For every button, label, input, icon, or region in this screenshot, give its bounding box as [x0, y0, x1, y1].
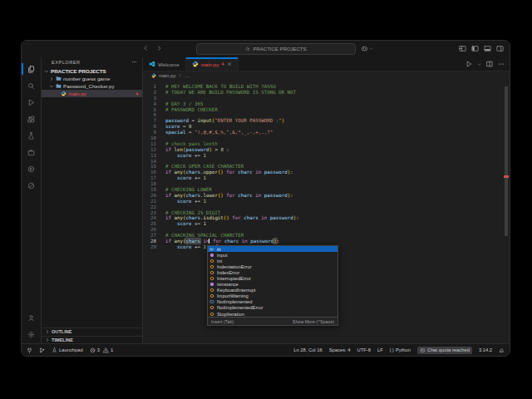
kind-class-icon	[209, 305, 214, 310]
suggestion-IndexError[interactable]: IndexError	[208, 269, 337, 275]
status-spaces-4[interactable]: Spaces: 4	[329, 347, 351, 352]
code-line-8: 8score = 0	[143, 124, 503, 130]
kind-class-icon	[209, 288, 214, 293]
suggestion-label: IndexError	[217, 270, 239, 275]
tree-item-label: main.py	[68, 91, 86, 96]
screen: PRACTICE PROJECTS EXPLORER PRACTICE PROJ…	[0, 0, 532, 399]
status-launchpad[interactable]: Launchpad	[52, 347, 83, 353]
copilot-menu-icon	[361, 45, 368, 52]
suggestion-NotImplemented[interactable]: NotImplemented	[208, 299, 337, 305]
tab-main.py[interactable]: main.py4	[186, 57, 239, 71]
bell-icon	[499, 347, 505, 353]
copilot-menu-button[interactable]	[361, 45, 373, 52]
arrow-left-icon[interactable]	[142, 45, 149, 52]
activity-testing[interactable]	[22, 127, 41, 144]
status-bell[interactable]	[499, 347, 505, 353]
status-3-14-2[interactable]: 3.14.2	[479, 347, 492, 352]
split-editor-button[interactable]	[486, 61, 493, 67]
chevron-down-button[interactable]	[477, 62, 481, 66]
code-line-18: 18	[143, 181, 503, 187]
code-line-24: 24if any(chars.isdigit() for chars in pa…	[143, 215, 503, 221]
tab-welcome[interactable]: Welcome	[143, 57, 186, 71]
status-utf-8[interactable]: UTF-8	[357, 347, 370, 352]
status-remote[interactable]	[27, 347, 32, 353]
live-share-icon	[27, 182, 35, 190]
tree-item-practice-projects[interactable]: PRACTICE PROJECTS	[42, 67, 142, 75]
layout-controls	[459, 45, 504, 52]
status-ln-28-col-16[interactable]: Ln 28, Col 16	[293, 347, 322, 352]
problems-badge: 4	[135, 91, 138, 96]
tab-problems-badge: 4	[221, 62, 224, 66]
suggest-show-more[interactable]: Show More (^Space)	[293, 319, 334, 324]
activity-search[interactable]	[22, 77, 41, 94]
command-center-search[interactable]: PRACTICE PROJECTS	[196, 43, 356, 55]
kind-class-icon	[209, 270, 214, 275]
panel-toggle-button[interactable]	[484, 45, 491, 52]
status-problems[interactable]: 31	[90, 347, 113, 353]
suggestion-IndentationError[interactable]: IndentationError	[208, 264, 337, 269]
tree-item-password_checker.py[interactable]: Password_Checker.py	[42, 82, 142, 90]
suggestion-label: int	[217, 259, 222, 264]
tree-item-label: PRACTICE PROJECTS	[51, 68, 106, 74]
suggestion-isinstance[interactable]: isinstance	[208, 282, 337, 288]
kind-variable-icon	[209, 299, 214, 304]
git-branch-icon	[39, 347, 45, 353]
tree-item-main.py[interactable]: main.py4	[42, 90, 142, 97]
editor-scrollbar[interactable]	[505, 86, 508, 236]
tab-close-button[interactable]	[227, 62, 232, 67]
chevron-right-icon	[45, 337, 50, 342]
code-line-19: 19# CHECKING LOWER	[143, 187, 503, 193]
activity-explorer[interactable]	[22, 61, 41, 77]
panel-timeline[interactable]: TIMELINE	[42, 336, 142, 344]
suggestion-ImportWarning[interactable]: ImportWarning	[208, 293, 337, 299]
chevron-right-icon	[49, 76, 54, 81]
status-python[interactable]: { }Python	[390, 347, 411, 352]
suggestion-in[interactable]: in	[208, 246, 337, 252]
line-number: 14	[143, 159, 160, 165]
line-content: score += 1	[165, 221, 206, 227]
line-number: 6	[143, 112, 160, 118]
suggestion-label: StopIteration	[217, 312, 244, 317]
run-button[interactable]	[466, 61, 472, 67]
activity-run-circle[interactable]	[22, 160, 41, 177]
code-line-4: 4# DAY 3 / 365	[143, 101, 503, 107]
suggestion-KeyboardInterrupt[interactable]: KeyboardInterrupt	[208, 288, 337, 293]
activity-extensions[interactable]	[22, 111, 41, 127]
line-number: 4	[143, 101, 160, 107]
status-git-branch[interactable]	[39, 347, 45, 353]
overview-ruler-error-marker	[504, 175, 509, 178]
code-line-23: 23# CHECKING IS DIGIT	[143, 210, 503, 216]
tree-item-label: Password_Checker.py	[63, 83, 115, 89]
tree-item-number-guess-game[interactable]: number guess game	[42, 75, 142, 82]
suggestion-input[interactable]: input	[208, 252, 337, 258]
customize-toggle-button[interactable]	[459, 45, 466, 52]
panel-outline[interactable]: OUTLINE	[42, 328, 142, 336]
activity-run-debug[interactable]	[22, 94, 41, 111]
sidebar-header: EXPLORER	[42, 57, 142, 67]
search-text: PRACTICE PROJECTS	[253, 47, 306, 52]
suggestion-StopIteration[interactable]: StopIteration	[208, 311, 337, 317]
workbench: EXPLORER PRACTICE PROJECTSnumber guess g…	[22, 57, 510, 343]
sidebar-left-toggle-button[interactable]	[471, 45, 479, 52]
suggestion-label: in	[217, 247, 221, 252]
more-actions-icon[interactable]	[131, 59, 137, 65]
suggestion-NotImplementedError[interactable]: NotImplementedError	[208, 305, 337, 311]
suggestion-int[interactable]: int	[208, 258, 337, 264]
status-lf[interactable]: LF	[377, 347, 383, 352]
more-actions-button[interactable]	[498, 61, 505, 67]
sidebar-title: EXPLORER	[52, 60, 80, 65]
activity-remote-explorer[interactable]	[22, 144, 41, 160]
editor-area: Welcomemain.py4 main.py … 1# HEY WELCOME…	[143, 57, 510, 343]
activity-account[interactable]	[22, 309, 41, 326]
activity-settings[interactable]	[22, 326, 41, 342]
suggestion-InterruptedError[interactable]: InterruptedError	[208, 275, 337, 281]
status-chat-quota-reached[interactable]: Chat quota reached	[417, 347, 472, 354]
code-line-21: 21 score += 1	[143, 199, 503, 204]
line-number: 2	[143, 90, 160, 96]
arrow-right-icon[interactable]	[156, 45, 163, 52]
sidebar-right-toggle-button[interactable]	[496, 45, 504, 52]
python-icon	[192, 61, 199, 67]
activity-live-share[interactable]	[22, 177, 41, 194]
line-content: # PASSWORD CHECKER	[165, 107, 218, 113]
chevron-down-icon	[44, 69, 49, 74]
